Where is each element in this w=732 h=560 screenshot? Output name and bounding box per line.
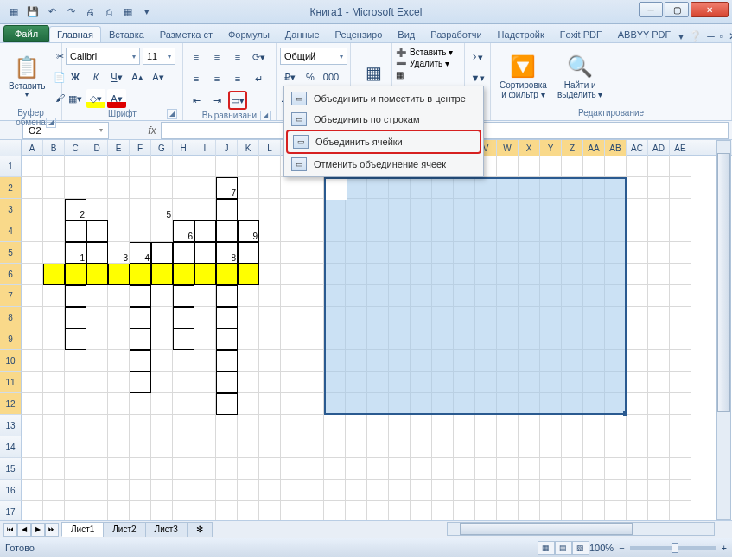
cell[interactable]: [670, 199, 691, 220]
cell[interactable]: [583, 415, 605, 436]
cell[interactable]: [648, 307, 670, 328]
cell[interactable]: [497, 156, 519, 177]
cell[interactable]: [22, 501, 43, 520]
ribbon-collapse-icon[interactable]: ▾: [678, 30, 684, 42]
cell[interactable]: [670, 415, 691, 436]
cell[interactable]: [194, 199, 216, 220]
column-header-A[interactable]: A: [22, 140, 43, 156]
cell[interactable]: [108, 285, 130, 307]
cell[interactable]: [605, 501, 627, 520]
cell[interactable]: [389, 436, 411, 458]
excel-icon[interactable]: ▦: [5, 3, 22, 21]
cell[interactable]: [627, 307, 648, 328]
cell[interactable]: [216, 156, 238, 177]
cell[interactable]: [670, 393, 691, 415]
cell[interactable]: [346, 415, 367, 436]
qat-customize-dropdown-icon[interactable]: ▾: [138, 3, 156, 21]
cell[interactable]: [627, 436, 648, 458]
cell[interactable]: [324, 458, 346, 480]
cell[interactable]: [151, 220, 173, 242]
cell[interactable]: [302, 285, 324, 307]
cell[interactable]: [562, 156, 583, 177]
cell[interactable]: [648, 199, 670, 220]
cell[interactable]: [281, 458, 302, 480]
cell[interactable]: [281, 328, 302, 350]
row-header-2[interactable]: 2: [0, 177, 22, 199]
cell[interactable]: [43, 220, 65, 242]
help-icon[interactable]: ❔: [689, 30, 702, 42]
cell[interactable]: [173, 264, 194, 285]
cell[interactable]: [108, 501, 130, 520]
decrease-indent-button[interactable]: ⇤: [187, 91, 206, 110]
cell[interactable]: [281, 372, 302, 393]
clipboard-dialog-launcher[interactable]: ◢: [46, 118, 56, 128]
cell[interactable]: [324, 480, 346, 501]
view-pagebreak-button[interactable]: ▧: [572, 541, 589, 555]
cell[interactable]: [259, 177, 281, 199]
qat-undo-icon[interactable]: ↶: [43, 3, 60, 21]
cell[interactable]: [22, 480, 43, 501]
cell[interactable]: [151, 480, 173, 501]
cell[interactable]: [130, 372, 151, 393]
vertical-scrollbar[interactable]: [716, 140, 731, 520]
cell[interactable]: [367, 501, 389, 520]
fill-color-button[interactable]: ◇▾: [86, 89, 105, 108]
cell[interactable]: [22, 156, 43, 177]
cell[interactable]: [22, 393, 43, 415]
cell[interactable]: [648, 177, 670, 199]
sheet-nav-last[interactable]: ⏭: [45, 523, 59, 537]
cell[interactable]: [86, 372, 108, 393]
mdi-restore-icon[interactable]: ▫: [720, 30, 723, 42]
cell[interactable]: [151, 307, 173, 328]
cell[interactable]: [259, 393, 281, 415]
horizontal-scrollbar[interactable]: [447, 522, 715, 536]
cell[interactable]: [281, 393, 302, 415]
cell[interactable]: [108, 415, 130, 436]
zoom-out-button[interactable]: −: [619, 543, 624, 553]
row-header-10[interactable]: 10: [0, 350, 22, 372]
cell[interactable]: [670, 501, 691, 520]
find-select-button[interactable]: 🔍 Найти и выделить ▾: [552, 45, 608, 107]
qat-custom-icon[interactable]: ▦: [119, 3, 137, 21]
cell[interactable]: [302, 220, 324, 242]
cell[interactable]: [324, 415, 346, 436]
vscroll-thumb[interactable]: [717, 153, 730, 412]
cell[interactable]: [130, 393, 151, 415]
cell[interactable]: [43, 242, 65, 264]
cell[interactable]: [605, 415, 627, 436]
ribbon-tab-7[interactable]: Разработчи: [423, 26, 489, 42]
paste-button[interactable]: 📋 Вставить ▾: [3, 45, 50, 107]
cell[interactable]: [43, 350, 65, 372]
cell[interactable]: [302, 480, 324, 501]
cell[interactable]: [216, 199, 238, 220]
sheet-nav-next[interactable]: ▶: [31, 523, 45, 537]
cell[interactable]: [194, 372, 216, 393]
cell[interactable]: [108, 307, 130, 328]
cell[interactable]: [22, 220, 43, 242]
cell[interactable]: [216, 264, 238, 285]
cell[interactable]: [43, 480, 65, 501]
cell[interactable]: [583, 436, 605, 458]
row-header-12[interactable]: 12: [0, 393, 22, 415]
cell[interactable]: [194, 393, 216, 415]
align-top-button[interactable]: ≡: [187, 48, 206, 67]
sheet-tab-2[interactable]: Лист3: [145, 522, 188, 537]
row-header-5[interactable]: 5: [0, 242, 22, 264]
cell[interactable]: [194, 480, 216, 501]
cell[interactable]: [130, 501, 151, 520]
cell[interactable]: [216, 220, 238, 242]
cell[interactable]: [519, 480, 540, 501]
ribbon-tab-9[interactable]: Foxit PDF: [552, 26, 610, 42]
column-header-I[interactable]: I: [194, 140, 216, 156]
row-header-4[interactable]: 4: [0, 220, 22, 242]
cell[interactable]: [86, 350, 108, 372]
cell[interactable]: [648, 415, 670, 436]
column-header-X[interactable]: X: [519, 140, 540, 156]
cell[interactable]: [108, 264, 130, 285]
currency-button[interactable]: ₽▾: [280, 67, 299, 86]
cell[interactable]: [346, 480, 367, 501]
cell[interactable]: [151, 415, 173, 436]
cell[interactable]: [670, 328, 691, 350]
merge-center-button[interactable]: ▭▾: [228, 91, 247, 110]
cell[interactable]: [130, 328, 151, 350]
